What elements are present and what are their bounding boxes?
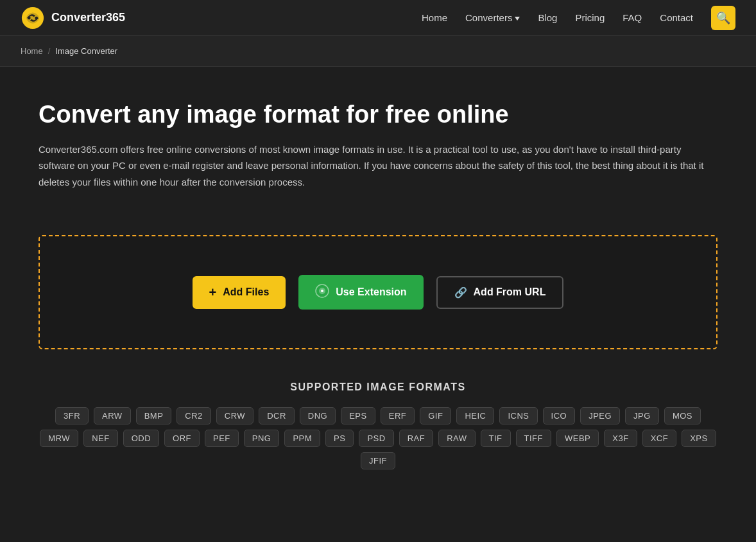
- add-url-label: Add From URL: [474, 286, 546, 298]
- format-badge[interactable]: CRW: [216, 407, 253, 424]
- format-badge[interactable]: RAW: [438, 430, 475, 447]
- format-badge[interactable]: ODD: [123, 430, 159, 447]
- nav-blog[interactable]: Blog: [538, 12, 557, 23]
- formats-grid: 3FRARWBMPCR2CRWDCRDNGEPSERFGIFHEICICNSIC…: [39, 407, 717, 469]
- format-badge[interactable]: ICNS: [499, 407, 537, 424]
- format-badge[interactable]: WEBP: [556, 430, 599, 447]
- format-badge[interactable]: 3FR: [55, 407, 89, 424]
- logo-icon: [21, 6, 45, 30]
- navbar: Converter365 Home Converters Blog Pricin…: [0, 0, 756, 36]
- hero-title: Convert any image format for free online: [39, 100, 717, 130]
- format-badge[interactable]: PEF: [205, 430, 239, 447]
- format-badge[interactable]: TIF: [481, 430, 511, 447]
- format-badge[interactable]: PNG: [244, 430, 280, 447]
- format-badge[interactable]: XCF: [642, 430, 677, 447]
- drop-zone[interactable]: + Add Files Use Extension 🔗 Add From URL: [39, 235, 717, 349]
- format-badge[interactable]: HEIC: [456, 407, 494, 424]
- format-badge[interactable]: CR2: [176, 407, 211, 424]
- format-badge[interactable]: PSD: [359, 430, 393, 447]
- navbar-links: Home Converters Blog Pricing FAQ Contact…: [422, 6, 735, 30]
- add-files-label: Add Files: [223, 286, 269, 298]
- formats-title: SUPPORTED IMAGE FORMATS: [39, 381, 717, 393]
- format-badge[interactable]: ORF: [164, 430, 200, 447]
- breadcrumb-home[interactable]: Home: [21, 46, 43, 56]
- format-badge[interactable]: XPS: [682, 430, 716, 447]
- nav-converters[interactable]: Converters: [465, 12, 520, 23]
- hero-section: Convert any image format for free online…: [0, 67, 756, 216]
- format-badge[interactable]: JPG: [625, 407, 659, 424]
- chevron-down-icon: [515, 17, 520, 21]
- nav-pricing[interactable]: Pricing: [575, 12, 605, 23]
- format-badge[interactable]: EPS: [341, 407, 375, 424]
- search-button[interactable]: 🔍: [711, 6, 735, 30]
- svg-point-5: [321, 290, 323, 292]
- format-badge[interactable]: DCR: [259, 407, 295, 424]
- format-badge[interactable]: X3F: [604, 430, 637, 447]
- formats-section: SUPPORTED IMAGE FORMATS 3FRARWBMPCR2CRWD…: [0, 369, 756, 495]
- navbar-brand: Converter365: [21, 6, 125, 30]
- format-badge[interactable]: PS: [325, 430, 354, 447]
- nav-faq[interactable]: FAQ: [623, 12, 642, 23]
- format-badge[interactable]: PPM: [284, 430, 320, 447]
- format-badge[interactable]: MRW: [40, 430, 78, 447]
- format-badge[interactable]: MOS: [664, 407, 701, 424]
- breadcrumb-bar: Home / Image Converter: [0, 36, 756, 67]
- nav-home[interactable]: Home: [422, 12, 447, 23]
- format-badge[interactable]: ARW: [94, 407, 131, 424]
- format-badge[interactable]: RAF: [399, 430, 434, 447]
- add-url-button[interactable]: 🔗 Add From URL: [436, 276, 564, 309]
- link-icon: 🔗: [454, 286, 467, 299]
- breadcrumb-current: Image Converter: [55, 46, 117, 56]
- extension-icon: [315, 284, 329, 301]
- format-badge[interactable]: BMP: [136, 407, 172, 424]
- format-badge[interactable]: NEF: [83, 430, 118, 447]
- format-badge[interactable]: ICO: [543, 407, 576, 424]
- nav-contact[interactable]: Contact: [660, 12, 693, 23]
- format-badge[interactable]: JFIF: [361, 452, 395, 469]
- svg-point-2: [35, 16, 38, 19]
- plus-icon: +: [209, 285, 217, 300]
- use-extension-button[interactable]: Use Extension: [298, 275, 423, 310]
- use-extension-label: Use Extension: [336, 286, 406, 298]
- add-files-button[interactable]: + Add Files: [193, 276, 286, 309]
- format-badge[interactable]: JPEG: [580, 407, 620, 424]
- search-icon: 🔍: [716, 11, 730, 25]
- breadcrumb-separator: /: [48, 46, 51, 56]
- format-badge[interactable]: ERF: [381, 407, 415, 424]
- brand-name: Converter365: [51, 11, 125, 24]
- hero-description: Converter365.com offers free online conv…: [39, 141, 712, 191]
- format-badge[interactable]: DNG: [300, 407, 336, 424]
- format-badge[interactable]: TIFF: [516, 430, 551, 447]
- format-badge[interactable]: GIF: [420, 407, 451, 424]
- svg-point-1: [28, 16, 31, 19]
- breadcrumb: Home / Image Converter: [21, 46, 735, 56]
